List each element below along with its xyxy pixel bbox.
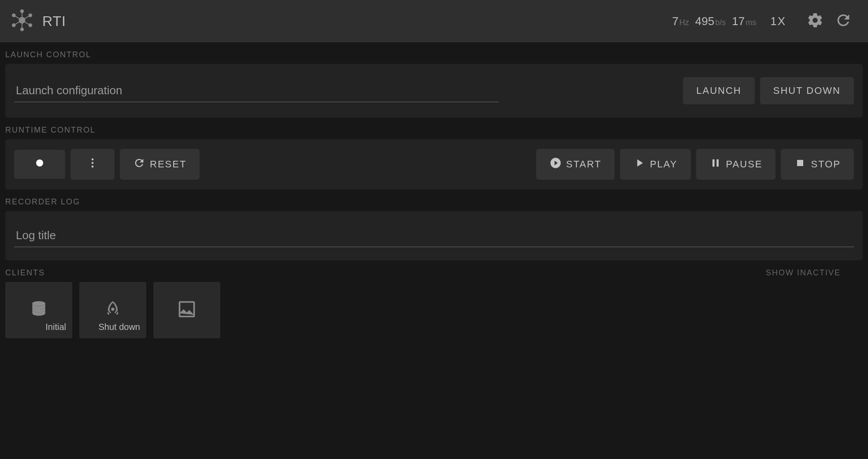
- pause-button[interactable]: PAUSE: [696, 149, 776, 180]
- settings-button[interactable]: [803, 9, 827, 33]
- stat-hz: 7 Hz: [672, 15, 689, 28]
- stat-hz-unit: Hz: [679, 18, 689, 27]
- stat-ms-unit: ms: [746, 18, 756, 27]
- stop-icon: [794, 157, 806, 172]
- reset-button[interactable]: RESET: [120, 149, 200, 180]
- svg-rect-17: [797, 160, 803, 166]
- image-icon: [177, 300, 197, 321]
- refresh-button[interactable]: [831, 9, 856, 33]
- stat-ms: 17 ms: [732, 15, 756, 28]
- runtime-panel: RESET START PLAY PAUSE: [5, 139, 863, 189]
- client-card-initial[interactable]: Initial: [5, 282, 72, 338]
- app-title: RTI: [42, 13, 66, 30]
- launch-config-input[interactable]: [14, 79, 499, 102]
- gear-icon: [806, 11, 824, 31]
- stat-bps-value: 495: [695, 15, 714, 28]
- show-inactive-toggle[interactable]: SHOW INACTIVE: [766, 268, 863, 278]
- start-button-label: START: [566, 159, 601, 170]
- svg-point-15: [92, 162, 94, 164]
- stat-bps-unit: b/s: [715, 18, 726, 27]
- launch-section-title: LAUNCH CONTROL: [0, 42, 868, 64]
- more-options-button[interactable]: [70, 149, 115, 180]
- clients-row: Initial Shut down: [0, 282, 868, 338]
- shutdown-button[interactable]: SHUT DOWN: [760, 77, 854, 104]
- log-title-input[interactable]: [14, 224, 854, 247]
- stop-button[interactable]: STOP: [781, 149, 854, 180]
- start-button[interactable]: START: [536, 149, 615, 180]
- header-right: 7 Hz 495 b/s 17 ms 1X: [672, 9, 856, 33]
- more-vertical-icon: [86, 157, 99, 172]
- stat-hz-value: 7: [672, 15, 678, 28]
- play-button[interactable]: PLAY: [620, 149, 691, 180]
- launch-button[interactable]: LAUNCH: [683, 77, 754, 104]
- svg-point-13: [36, 159, 43, 167]
- client-label: Initial: [45, 322, 66, 332]
- recorder-section-title: RECORDER LOG: [0, 189, 868, 211]
- play-icon: [633, 157, 645, 172]
- pause-button-label: PAUSE: [726, 159, 763, 170]
- logo-wrap: RTI: [9, 7, 66, 35]
- clients-header: CLIENTS SHOW INACTIVE: [0, 260, 868, 282]
- reset-button-label: RESET: [150, 159, 186, 170]
- svg-point-19: [32, 301, 45, 306]
- launch-panel: LAUNCH SHUT DOWN: [5, 64, 863, 118]
- svg-point-16: [92, 166, 94, 168]
- launch-button-label: LAUNCH: [696, 85, 741, 96]
- svg-point-14: [92, 159, 94, 161]
- clients-section-title: CLIENTS: [5, 268, 45, 278]
- play-outline-icon: [549, 157, 562, 172]
- speed-indicator[interactable]: 1X: [770, 15, 786, 28]
- client-card-shutdown[interactable]: Shut down: [79, 282, 146, 338]
- client-label: Shut down: [98, 322, 140, 332]
- app-header: RTI 7 Hz 495 b/s 17 ms 1X: [0, 0, 868, 42]
- shutdown-button-label: SHUT DOWN: [773, 85, 841, 96]
- stat-ms-value: 17: [732, 15, 745, 28]
- record-icon: [34, 158, 45, 171]
- reset-icon: [133, 157, 145, 172]
- record-button[interactable]: [14, 150, 65, 179]
- refresh-icon: [835, 11, 852, 31]
- app-logo-icon: [9, 7, 35, 35]
- runtime-section-title: RUNTIME CONTROL: [0, 118, 868, 139]
- stop-button-label: STOP: [811, 159, 841, 170]
- rocket-icon: [103, 300, 122, 321]
- client-card-image[interactable]: [153, 282, 220, 338]
- launch-config-wrap: [14, 79, 499, 102]
- database-icon: [29, 300, 48, 321]
- recorder-panel: [5, 211, 863, 260]
- pause-icon: [709, 157, 722, 172]
- stat-bps: 495 b/s: [695, 15, 726, 28]
- play-button-label: PLAY: [650, 159, 678, 170]
